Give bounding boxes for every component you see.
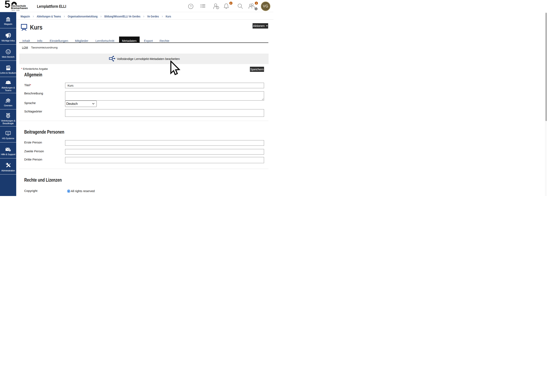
svg-text:?: ? [9,149,10,151]
svg-text:?: ? [190,5,191,8]
